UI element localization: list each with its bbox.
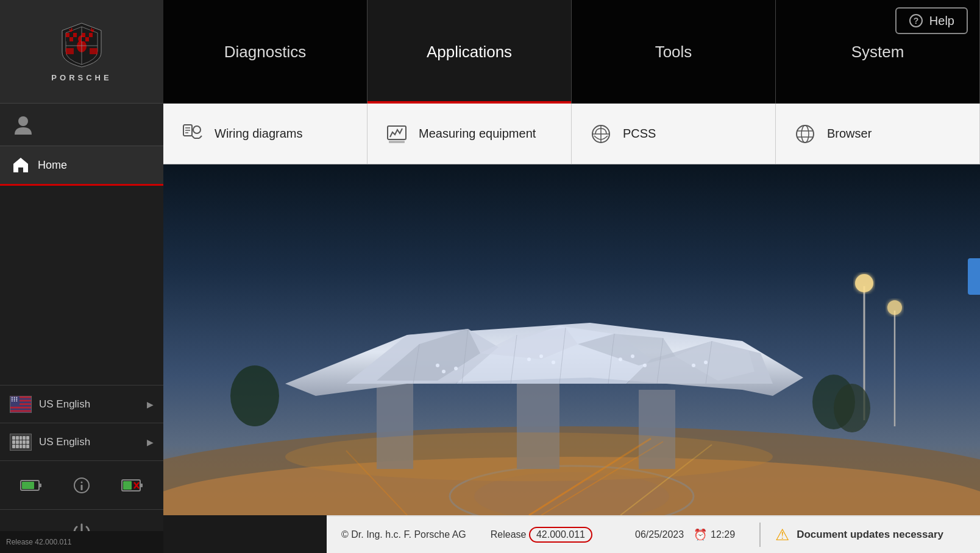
status-warning-text: Document updates necessary	[797, 529, 943, 541]
submenu-pcss[interactable]: PCSS	[572, 104, 776, 164]
svg-point-103	[230, 365, 279, 426]
svg-rect-6	[66, 33, 69, 37]
help-button[interactable]: ? Help	[895, 7, 968, 34]
svg-rect-37	[22, 482, 34, 489]
hero-background	[163, 164, 980, 515]
svg-point-32	[12, 400, 13, 401]
help-circle-icon: ?	[909, 13, 923, 28]
hero-image	[163, 164, 980, 515]
sidebar-lang2[interactable]: US English ▶	[0, 423, 163, 460]
release-number: 42.000.011	[529, 527, 592, 543]
lang2-arrow-icon: ▶	[147, 437, 154, 447]
measuring-icon	[386, 123, 408, 145]
navbar: Diagnostics Applications Tools System	[163, 0, 980, 104]
svg-rect-40	[80, 485, 82, 490]
svg-point-102	[704, 361, 708, 364]
release-label: Release	[491, 529, 527, 540]
us-flag-icon	[10, 396, 32, 413]
porsche-logo: PORSCHE	[51, 21, 112, 82]
svg-point-100	[643, 364, 647, 367]
svg-point-96	[539, 354, 543, 358]
svg-point-29	[12, 398, 13, 400]
svg-point-39	[80, 481, 82, 483]
sidebar: PORSCHE Home	[0, 0, 163, 553]
submenu-browser[interactable]: Browser	[776, 104, 980, 164]
main-area: ? Help Diagnostics Applications Tools Sy…	[163, 0, 980, 553]
home-icon	[12, 157, 29, 174]
battery-x-icon	[117, 470, 147, 501]
svg-rect-17	[89, 37, 93, 41]
right-edge-tab[interactable]	[968, 258, 980, 295]
status-time: 12:29	[711, 529, 735, 540]
svg-rect-10	[69, 37, 73, 41]
nav-diagnostics-label: Diagnostics	[224, 43, 306, 62]
svg-point-105	[834, 384, 870, 432]
svg-point-52	[193, 126, 201, 133]
svg-rect-12	[82, 33, 85, 37]
svg-point-94	[454, 367, 458, 370]
svg-line-53	[192, 136, 194, 138]
submenu-measuring-label: Measuring equipment	[419, 127, 536, 141]
release-text: Release 42.000.011	[6, 538, 71, 546]
svg-rect-7	[69, 33, 73, 37]
svg-rect-16	[85, 37, 89, 41]
lang1-arrow-icon: ▶	[147, 400, 154, 409]
release-info-text: Release 42.000.011	[491, 527, 592, 543]
svg-rect-13	[85, 33, 89, 37]
svg-rect-36	[39, 484, 41, 487]
svg-point-18	[18, 116, 28, 126]
nav-applications[interactable]: Applications	[367, 0, 572, 104]
svg-point-98	[619, 358, 622, 361]
nav-tools-label: Tools	[655, 43, 692, 62]
pcss-icon	[590, 123, 612, 145]
battery-icon	[16, 470, 46, 501]
svg-rect-56	[388, 126, 406, 139]
statusbar: © Dr. Ing. h.c. F. Porsche AG Release 42…	[327, 515, 980, 553]
warning-triangle-icon: ⚠	[775, 526, 789, 544]
status-divider	[759, 523, 761, 547]
sidebar-icons-row	[0, 460, 163, 509]
svg-rect-14	[89, 33, 93, 37]
svg-rect-9	[66, 37, 69, 41]
submenu-measuring[interactable]: Measuring equipment	[367, 104, 572, 164]
svg-point-62	[801, 125, 809, 143]
user-area[interactable]	[0, 104, 163, 146]
svg-point-95	[527, 358, 531, 361]
svg-point-101	[692, 364, 695, 367]
clock-icon: ⏰	[694, 528, 707, 541]
svg-rect-11	[73, 37, 77, 41]
help-label: Help	[929, 14, 954, 28]
porsche-wordmark: PORSCHE	[51, 73, 112, 82]
svg-point-73	[887, 300, 902, 315]
svg-point-31	[16, 398, 17, 400]
lang2-text: US English	[39, 436, 140, 448]
svg-rect-15	[82, 37, 85, 41]
status-date: 06/25/2023	[635, 529, 684, 540]
submenu-wiring[interactable]: Wiring diagrams	[163, 104, 367, 164]
svg-point-28	[16, 396, 17, 398]
svg-point-92	[436, 364, 439, 367]
release-info: Release 42.000.011	[0, 531, 163, 553]
svg-point-97	[552, 361, 555, 364]
sidebar-bottom: US English ▶ US English ▶	[0, 385, 163, 553]
svg-point-71	[855, 274, 873, 292]
svg-point-34	[16, 400, 17, 401]
nav-diagnostics[interactable]: Diagnostics	[163, 0, 367, 104]
svg-point-110	[285, 432, 773, 481]
svg-point-99	[631, 354, 634, 358]
svg-text:?: ?	[914, 16, 919, 26]
sidebar-item-home[interactable]: Home	[0, 146, 163, 186]
svg-point-30	[14, 398, 15, 400]
svg-point-93	[442, 370, 446, 373]
submenu-wiring-label: Wiring diagrams	[215, 127, 302, 141]
nav-tools[interactable]: Tools	[572, 0, 776, 104]
submenu-pcss-label: PCSS	[623, 127, 656, 141]
svg-rect-2	[66, 48, 74, 54]
info-icon[interactable]	[66, 470, 97, 501]
copyright-text: © Dr. Ing. h.c. F. Porsche AG	[341, 529, 466, 540]
submenu-browser-label: Browser	[827, 127, 872, 141]
svg-line-55	[199, 136, 202, 138]
sidebar-lang1[interactable]: US English ▶	[0, 385, 163, 423]
nav-system-label: System	[851, 43, 904, 62]
porsche-crest-icon	[57, 21, 106, 69]
